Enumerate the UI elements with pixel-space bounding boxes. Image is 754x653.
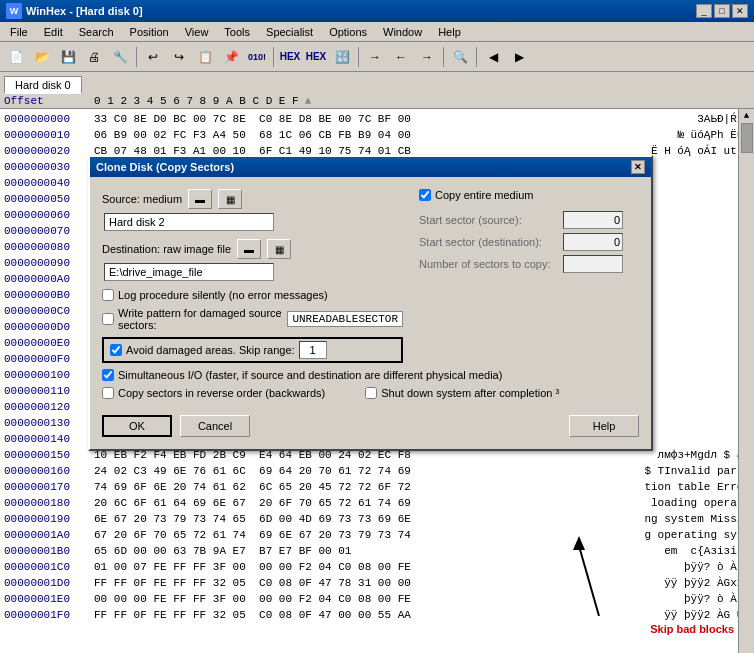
magnify-button[interactable]: 🔍	[448, 45, 472, 69]
menu-search[interactable]: Search	[71, 24, 122, 40]
title-bar-controls: _ □ ✕	[696, 4, 748, 18]
extra-btn2[interactable]: ▶	[507, 45, 531, 69]
copy-button[interactable]: 📋	[193, 45, 217, 69]
num-sectors-label: Number of sectors to copy:	[419, 258, 559, 270]
menu-tools[interactable]: Tools	[216, 24, 258, 40]
dest-value-row	[104, 263, 403, 281]
toolbar-sep1	[136, 47, 137, 67]
dest-browse1-button[interactable]: ▬	[237, 239, 261, 259]
title-bar-left: W WinHex - [Hard disk 0]	[6, 3, 143, 19]
shutdown-checkbox[interactable]	[365, 387, 377, 399]
hex-btn[interactable]: 010!	[245, 45, 269, 69]
avoid-damaged-row: Avoid damaged areas. Skip range:	[102, 337, 403, 363]
menu-window[interactable]: Window	[375, 24, 430, 40]
app-title: WinHex - [Hard disk 0]	[26, 5, 143, 17]
menu-edit[interactable]: Edit	[36, 24, 71, 40]
menu-file[interactable]: File	[2, 24, 36, 40]
copy-reverse-checkbox[interactable]	[102, 387, 114, 399]
hex-row: 0000000170 74 69 6F 6E 20 74 61 62 6C 65…	[4, 479, 750, 495]
nav-fwd[interactable]: →	[415, 45, 439, 69]
tab-bar: Hard disk 0	[0, 72, 754, 94]
num-sectors-row: Number of sectors to copy:	[419, 255, 639, 273]
shutdown-row: Shut down system after completion ³	[365, 387, 559, 399]
dialog-title-bar: Clone Disk (Copy Sectors) ✕	[90, 157, 651, 177]
toolbar-sep2	[273, 47, 274, 67]
nav-left[interactable]: →	[363, 45, 387, 69]
unreadable-badge: UNREADABLESECTOR	[287, 311, 403, 327]
save-button[interactable]: 💾	[56, 45, 80, 69]
dest-input[interactable]	[104, 263, 274, 281]
source-input[interactable]	[104, 213, 274, 231]
clone-disk-dialog: Clone Disk (Copy Sectors) ✕ Source: medi…	[88, 155, 653, 451]
hash-button[interactable]: 🔣	[330, 45, 354, 69]
hex-row: 0000000000 33 C0 8E D0 BC 00 7C 8E C0 8E…	[4, 111, 750, 127]
simultaneous-io-label: Simultaneous I/O (faster, if source and …	[118, 369, 502, 381]
maximize-button[interactable]: □	[714, 4, 730, 18]
hex-row: 0000000160 24 02 C3 49 6E 76 61 6C 69 64…	[4, 463, 750, 479]
toolbar-sep3	[358, 47, 359, 67]
start-sector-dest-row: Start sector (destination):	[419, 233, 639, 251]
hex-cols-header: 0 1 2 3 4 5 6 7 8 9 A B C D E F	[94, 95, 299, 107]
scroll-up-arrow[interactable]: ▲	[744, 111, 749, 121]
toolbar-sep5	[476, 47, 477, 67]
paste-button[interactable]: 📌	[219, 45, 243, 69]
dialog-two-col: Source: medium ▬ ▦ Destination: raw imag…	[102, 189, 639, 369]
scroll-btn-up[interactable]: ▲	[305, 95, 312, 107]
write-pattern-label: Write pattern for damaged source sectors…	[118, 307, 283, 331]
source-browse1-button[interactable]: ▬	[188, 189, 212, 209]
open-button[interactable]: 📂	[30, 45, 54, 69]
menu-view[interactable]: View	[177, 24, 217, 40]
dialog-left: Source: medium ▬ ▦ Destination: raw imag…	[102, 189, 403, 369]
cancel-button[interactable]: Cancel	[180, 415, 250, 437]
menu-options[interactable]: Options	[321, 24, 375, 40]
help-button[interactable]: Help	[569, 415, 639, 437]
scrollbar[interactable]: ▲ ▼	[738, 109, 754, 653]
menu-specialist[interactable]: Specialist	[258, 24, 321, 40]
nav-back[interactable]: ←	[389, 45, 413, 69]
copy-entire-medium-label: Copy entire medium	[435, 189, 533, 201]
dialog-title: Clone Disk (Copy Sectors)	[96, 161, 234, 173]
dest-browse2-button[interactable]: ▦	[267, 239, 291, 259]
undo-button[interactable]: ↩	[141, 45, 165, 69]
app-icon: W	[6, 3, 22, 19]
extra-btn1[interactable]: ◀	[481, 45, 505, 69]
scroll-track[interactable]	[740, 121, 754, 653]
simultaneous-io-row: Simultaneous I/O (faster, if source and …	[102, 369, 639, 381]
goto-button[interactable]: HEX	[304, 45, 328, 69]
skip-range-input[interactable]	[299, 341, 327, 359]
dest-label: Destination: raw image file	[102, 243, 231, 255]
dialog-right: Copy entire medium Start sector (source)…	[419, 189, 639, 369]
start-sector-source-input[interactable]	[563, 211, 623, 229]
print-button[interactable]: 🖨	[82, 45, 106, 69]
minimize-button[interactable]: _	[696, 4, 712, 18]
dialog-buttons: OK Cancel Help	[102, 415, 639, 437]
log-silently-checkbox[interactable]	[102, 289, 114, 301]
avoid-damaged-label: Avoid damaged areas. Skip range:	[126, 344, 295, 356]
close-button[interactable]: ✕	[732, 4, 748, 18]
simultaneous-io-checkbox[interactable]	[102, 369, 114, 381]
redo-button[interactable]: ↪	[167, 45, 191, 69]
menu-position[interactable]: Position	[122, 24, 177, 40]
copy-entire-medium-row: Copy entire medium	[419, 189, 639, 201]
write-pattern-checkbox[interactable]	[102, 313, 114, 325]
avoid-damaged-checkbox[interactable]	[110, 344, 122, 356]
hex-row: 00000001B0 65 6D 00 00 63 7B 9A E7 B7 E7…	[4, 543, 750, 559]
start-sector-dest-input[interactable]	[563, 233, 623, 251]
new-button[interactable]: 📄	[4, 45, 28, 69]
dest-row: Destination: raw image file ▬ ▦	[102, 239, 403, 259]
copy-entire-medium-checkbox[interactable]	[419, 189, 431, 201]
tools-btn[interactable]: 🔧	[108, 45, 132, 69]
hex-row: 0000000190 6E 67 20 73 79 73 74 65 6D 00…	[4, 511, 750, 527]
log-silently-row: Log procedure silently (no error message…	[102, 289, 403, 301]
num-sectors-input[interactable]	[563, 255, 623, 273]
shutdown-label: Shut down system after completion ³	[381, 387, 559, 399]
search-button[interactable]: HEX	[278, 45, 302, 69]
source-browse2-button[interactable]: ▦	[218, 189, 242, 209]
dialog-close-button[interactable]: ✕	[631, 160, 645, 174]
source-row: Source: medium ▬ ▦	[102, 189, 403, 209]
ok-button[interactable]: OK	[102, 415, 172, 437]
scroll-thumb[interactable]	[741, 123, 753, 153]
copy-reverse-row: Copy sectors in reverse order (backwards…	[102, 387, 325, 399]
menu-help[interactable]: Help	[430, 24, 469, 40]
tab-harddisk0[interactable]: Hard disk 0	[4, 76, 82, 94]
